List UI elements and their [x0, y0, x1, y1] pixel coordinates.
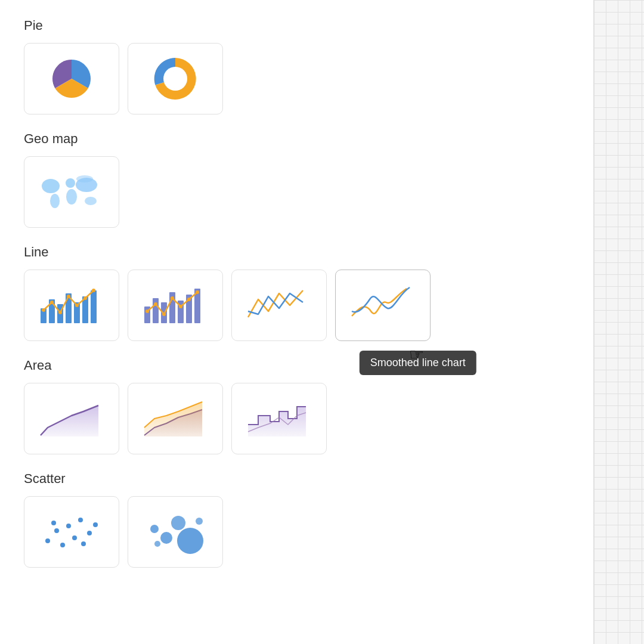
svg-point-36: [45, 538, 50, 543]
section-label-scatter: Scatter: [24, 471, 569, 487]
svg-point-34: [187, 298, 191, 301]
line-bar-combo-icon: [36, 281, 107, 329]
svg-point-4: [66, 189, 77, 205]
pie-chart-card[interactable]: [24, 43, 119, 114]
svg-point-30: [154, 302, 157, 306]
svg-point-43: [93, 522, 98, 527]
line-chart-grid: Smoothed line chart ☞: [24, 270, 569, 341]
svg-rect-23: [153, 298, 159, 323]
svg-point-20: [83, 296, 87, 300]
svg-point-17: [58, 311, 62, 314]
svg-point-2: [50, 194, 60, 208]
area-chart-grid: [24, 383, 569, 454]
area-chart-2series-card[interactable]: [128, 383, 223, 454]
svg-point-18: [67, 295, 70, 298]
svg-point-44: [51, 521, 56, 525]
geo-map-card[interactable]: [24, 156, 119, 228]
scatter-chart-grid: [24, 496, 569, 568]
section-label-geo: Geo map: [24, 131, 569, 147]
right-panel: [593, 0, 644, 644]
svg-point-45: [81, 541, 86, 546]
smoothed-line-chart-card[interactable]: Smoothed line chart ☞: [335, 270, 431, 341]
scatter-chart-icon: [36, 508, 107, 556]
svg-point-39: [66, 524, 71, 528]
svg-point-47: [160, 532, 172, 544]
svg-point-19: [75, 304, 79, 307]
svg-point-6: [85, 197, 97, 205]
svg-point-33: [179, 305, 182, 308]
geo-map-icon: [36, 168, 107, 216]
svg-point-50: [196, 518, 203, 525]
section-label-area: Area: [24, 358, 569, 373]
svg-point-51: [154, 541, 160, 547]
pie-chart-icon: [36, 55, 107, 103]
svg-rect-14: [91, 290, 97, 323]
svg-point-35: [196, 290, 199, 294]
line-bar-combo2-icon: [140, 281, 211, 329]
svg-point-16: [50, 301, 54, 304]
svg-point-31: [162, 312, 166, 316]
section-label-pie: Pie: [24, 18, 569, 33]
svg-point-32: [171, 296, 174, 300]
scatter-chart-card[interactable]: [24, 496, 119, 568]
main-content: Pie: [0, 0, 593, 644]
svg-point-38: [60, 543, 65, 547]
area-chart-icon: [36, 395, 107, 442]
svg-point-0: [163, 67, 187, 91]
svg-point-48: [171, 516, 185, 530]
smoothed-line-chart-icon: [347, 281, 419, 329]
donut-chart-icon: [140, 55, 211, 103]
stepped-area-chart-icon: [243, 395, 315, 442]
section-label-line: Line: [24, 244, 569, 260]
svg-point-41: [78, 518, 83, 522]
line-bar-combo2-card[interactable]: [128, 270, 223, 341]
svg-point-1: [42, 179, 60, 193]
line-chart-icon: [243, 281, 315, 329]
line-bar-combo-card[interactable]: [24, 270, 119, 341]
area-chart-2series-icon: [140, 395, 211, 442]
geo-chart-grid: [24, 156, 569, 228]
svg-point-40: [72, 535, 77, 540]
stepped-area-chart-card[interactable]: [231, 383, 327, 454]
svg-point-46: [177, 528, 203, 554]
area-chart-card[interactable]: [24, 383, 119, 454]
bubble-chart-icon: [140, 508, 211, 556]
svg-point-21: [92, 289, 95, 292]
svg-point-29: [145, 309, 149, 313]
svg-point-7: [76, 175, 93, 182]
donut-chart-card[interactable]: [128, 43, 223, 114]
svg-point-42: [87, 531, 92, 535]
svg-point-37: [54, 528, 59, 533]
svg-point-49: [150, 525, 159, 533]
line-chart-card[interactable]: [231, 270, 327, 341]
svg-point-3: [66, 178, 75, 188]
bubble-chart-card[interactable]: [128, 496, 223, 568]
pie-chart-grid: [24, 43, 569, 114]
svg-point-15: [42, 308, 45, 312]
